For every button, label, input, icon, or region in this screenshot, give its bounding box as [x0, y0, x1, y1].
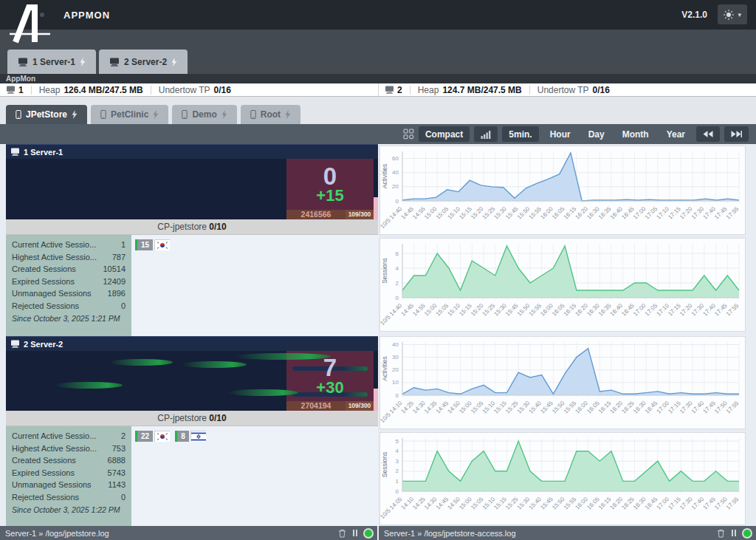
total-request-count: 2704194 [286, 401, 346, 411]
layout-grid-icon[interactable] [403, 129, 414, 140]
table-row: Created Sessions10514 [12, 263, 126, 276]
laptop-icon [6, 86, 16, 94]
log-status-indicator[interactable] [743, 530, 751, 537]
pause-icon[interactable] [732, 530, 736, 536]
heap-label: Heap [39, 85, 61, 95]
request-delta: +15 [316, 188, 343, 204]
svg-text:17:55: 17:55 [725, 205, 740, 221]
capacity-ratio: 109/300 [346, 210, 374, 219]
svg-text:3: 3 [396, 458, 399, 465]
svg-text:2: 2 [396, 280, 399, 287]
version-label: V2.1.0 [681, 10, 707, 20]
range-year-button[interactable]: Year [660, 126, 692, 142]
range-day-button[interactable]: Day [582, 126, 611, 142]
server-panel-title: 1 Server-1 [24, 148, 63, 157]
table-row: Highest Active Sessio...753 [12, 442, 126, 455]
israel-flag-icon [190, 431, 206, 442]
tab-label: JPetStore [26, 109, 67, 120]
fast-forward-end-icon [731, 131, 742, 137]
range-month-button[interactable]: Month [616, 126, 656, 142]
tp-value: 0/16 [593, 85, 610, 95]
laptop-icon [10, 148, 20, 156]
sessions-chart-server-2: 10/5 14:0514:1014:2514:3014:4514:5015:00… [379, 432, 746, 525]
table-row: Unmanaged Sessions1896 [12, 287, 126, 300]
server-1-active-requests-box: 0 +15 2416566 109/300 [286, 159, 374, 219]
stats-since-timestamp: Since October 3, 2025 1:21 PM [12, 314, 126, 323]
tab-petclinic[interactable]: PetClinic [91, 105, 168, 124]
app-title: APPMON [63, 10, 110, 21]
mobile-icon [250, 110, 256, 119]
svg-text:Sessions: Sessions [381, 452, 388, 478]
heap-value: 124.7 MB/247.5 MB [442, 85, 521, 95]
tab-jpetstore[interactable]: JPetStore [6, 105, 87, 124]
tab-demo[interactable]: Demo [172, 105, 236, 124]
theme-toggle-button[interactable]: ▾ [718, 4, 747, 24]
server-panels-column: 1 Server-1 0 +15 2416566 109/300 [6, 144, 378, 526]
server-2-active-requests-box: 7 +30 2704194 109/300 [286, 351, 374, 411]
tp-value: 0/16 [214, 85, 231, 95]
mobile-icon [16, 110, 21, 119]
heap-value: 126.4 MB/247.5 MB [63, 85, 142, 95]
table-row: Rejected Sessions0 [12, 300, 126, 312]
server-2-panel-header[interactable]: 2 Server-2 [6, 336, 378, 351]
table-row: Expired Sessions12409 [12, 276, 126, 288]
server-1-activity-canvas: 0 +15 2416566 109/300 [6, 159, 378, 219]
tab-root[interactable]: Root [241, 105, 300, 124]
server-1-status: 1 Heap 126.4 MB/247.5 MB Undertow TP 0/1… [0, 83, 378, 96]
log-path: Server-1 » /logs/jpetstore.log [5, 529, 331, 538]
server-2-status: 2 Heap 124.7 MB/247.5 MB Undertow TP 0/1… [378, 83, 756, 96]
divider [31, 86, 32, 95]
server-tab-label: 2 Server-2 [124, 57, 167, 67]
cp-value: 0/10 [209, 222, 226, 232]
svg-text:4: 4 [396, 448, 399, 454]
pause-icon[interactable] [353, 530, 357, 536]
south-korea-flag-icon [154, 431, 170, 442]
sessions-chart-server-1: 10/5 14:4014:4514:5515:0015:0515:1015:15… [379, 238, 746, 332]
client-badges-area: 15 [131, 235, 378, 336]
log-bar-jpetstore-access[interactable]: Server-1 » /logs/jpetstore-access.log [379, 526, 756, 540]
session-stats-table: Current Active Sessio...2 Highest Active… [6, 426, 131, 526]
activities-chart-server-2: 10/5 14:1014:2514:3014:3514:4514:5015:00… [379, 336, 746, 429]
log-status-indicator[interactable] [365, 530, 372, 537]
appmon-logo [10, 4, 51, 45]
log-bar-jpetstore[interactable]: Server-1 » /logs/jpetstore.log [0, 526, 377, 540]
svg-text:17:55: 17:55 [725, 496, 740, 511]
divider [151, 86, 151, 95]
range-hour-button[interactable]: Hour [543, 126, 577, 142]
fast-forward-end-button[interactable] [724, 126, 749, 142]
request-comet [55, 382, 123, 389]
table-row: Highest Active Sessio...787 [12, 251, 126, 264]
server-1-panel-header[interactable]: 1 Server-1 [6, 144, 378, 159]
bar-chart-icon-button[interactable] [474, 126, 498, 142]
stats-since-timestamp: Since October 3, 2025 1:22 PM [12, 505, 126, 514]
client-badge-group: 22 [135, 431, 170, 442]
client-badge-group: 8 [175, 431, 206, 442]
fast-backward-icon [703, 131, 713, 137]
client-count-badge: 15 [135, 239, 153, 250]
svg-text:10/5 14:05: 10/5 14:05 [380, 496, 404, 520]
tab-label: PetClinic [111, 109, 148, 120]
client-badge-group: 15 [135, 239, 170, 250]
svg-text:0: 0 [396, 488, 399, 495]
trash-icon[interactable] [338, 529, 346, 538]
tp-label: Undertow TP [159, 85, 210, 95]
svg-text:Sessions: Sessions [381, 258, 388, 284]
bolt-icon [221, 110, 227, 119]
svg-text:6: 6 [396, 250, 399, 257]
heap-label: Heap [418, 85, 439, 95]
table-row: Rejected Sessions0 [12, 491, 126, 504]
tab-label: Root [261, 109, 281, 120]
compact-button[interactable]: Compact [419, 126, 470, 142]
request-comet [109, 359, 173, 366]
fast-backward-button[interactable] [696, 126, 720, 142]
bolt-icon [153, 110, 159, 119]
log-path: Server-1 » /logs/jpetstore-access.log [384, 529, 710, 538]
range-5min-button[interactable]: 5min. [502, 126, 538, 142]
chart-toolbar: Compact 5min. Hour Day Month Year [0, 124, 756, 144]
charts-column: 10/5 14:4014:4514:5515:0015:0515:1015:15… [378, 144, 750, 526]
server-tab-2[interactable]: 2 Server-2 [99, 49, 188, 74]
server-status-row: 1 Heap 126.4 MB/247.5 MB Undertow TP 0/1… [0, 83, 756, 97]
divider [529, 86, 530, 95]
trash-icon[interactable] [717, 529, 725, 538]
server-tab-1[interactable]: 1 Server-1 [7, 49, 96, 74]
